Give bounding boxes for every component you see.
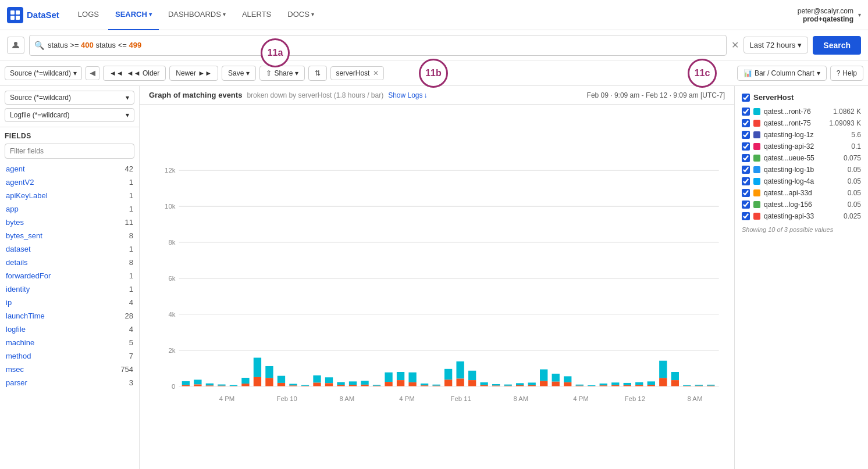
bar-orange[interactable] [182,385,190,386]
bar-cyan[interactable] [564,376,571,382]
legend-item-checkbox[interactable] [742,189,750,197]
bar-orange[interactable] [456,379,464,386]
bar-cyan[interactable] [648,381,655,385]
bar-orange[interactable] [671,380,679,386]
legend-item-checkbox[interactable] [742,154,750,162]
bar-orange[interactable] [480,385,488,386]
bar-orange[interactable] [361,385,368,386]
bar-orange[interactable] [516,385,524,386]
field-item-bytes_sent[interactable]: bytes_sent8 [5,229,134,242]
share-button[interactable]: ⇧ Share ▾ [259,66,305,81]
bar-cyan[interactable] [385,373,392,382]
search-input-wrap[interactable]: 🔍 status >= 400 status <= 499 [29,35,727,56]
chart-type-picker[interactable]: 📊 Bar / Column Chart ▾ [737,66,827,81]
field-item-agent[interactable]: agent42 [5,162,134,176]
search-button[interactable]: Search [813,36,861,55]
nav-alerts[interactable]: ALERTS [235,0,278,30]
bar-orange[interactable] [635,385,643,386]
bar-cyan[interactable] [241,378,249,384]
bar-cyan[interactable] [373,385,380,386]
bar-cyan[interactable] [671,372,679,380]
bar-cyan[interactable] [432,385,440,386]
help-button[interactable]: ? Help [830,66,863,81]
bar-orange[interactable] [492,386,500,386]
bar-orange[interactable] [421,385,428,386]
bar-cyan[interactable] [325,377,333,383]
bar-cyan[interactable] [659,361,667,378]
legend-item-checkbox[interactable] [742,177,750,185]
bar-cyan[interactable] [444,369,452,380]
bar-cyan[interactable] [695,385,703,386]
bar-cyan[interactable] [265,366,273,378]
bar-orange[interactable] [397,380,404,386]
field-item-app[interactable]: app1 [5,202,134,216]
legend-item-checkbox[interactable] [742,212,750,220]
user-menu-chevron-icon[interactable]: ▾ [858,12,861,18]
field-item-msec[interactable]: msec754 [5,363,134,376]
logfile-dropdown[interactable]: Logfile (*=wildcard) ▾ [5,108,134,122]
bar-orange[interactable] [194,385,201,386]
bar-cyan[interactable] [576,385,584,386]
filter-fields-input[interactable] [5,144,134,159]
bar-orange[interactable] [349,385,357,386]
field-item-apiKeyLabel[interactable]: apiKeyLabel1 [5,189,134,202]
bar-cyan[interactable] [397,372,404,380]
bar-cyan[interactable] [337,382,344,385]
bar-cyan[interactable] [206,384,214,386]
show-logs-link[interactable]: Show Logs ↓ [388,91,427,99]
field-item-dataset[interactable]: dataset1 [5,242,134,256]
newer-button[interactable]: Newer ►► [169,66,218,81]
bar-cyan[interactable] [194,380,201,384]
field-item-logfile[interactable]: logfile4 [5,323,134,336]
bar-cyan[interactable] [349,381,357,385]
bar-cyan[interactable] [516,383,524,385]
sort-button[interactable]: ⇅ [308,66,327,81]
field-item-forwardedFor[interactable]: forwardedFor1 [5,269,134,282]
bar-cyan[interactable] [182,381,190,385]
bar-cyan[interactable] [611,382,619,385]
bar-cyan[interactable] [278,376,285,383]
bar-orange[interactable] [265,378,273,386]
bar-cyan[interactable] [552,374,560,382]
bar-cyan[interactable] [600,384,607,385]
bar-cyan[interactable] [289,384,297,385]
bar-cyan[interactable] [528,382,536,385]
bar-cyan[interactable] [421,384,428,385]
older-button[interactable]: ◄◄ ◄◄ Older [103,66,166,81]
bar-cyan[interactable] [408,373,416,382]
bar-cyan[interactable] [492,384,500,386]
bar-orange[interactable] [218,386,225,386]
bar-orange[interactable] [564,382,571,386]
field-item-method[interactable]: method7 [5,349,134,363]
legend-item-checkbox[interactable] [742,131,750,139]
bar-orange[interactable] [385,382,392,386]
bar-orange[interactable] [528,385,536,386]
bar-orange[interactable] [659,378,667,386]
nav-logs[interactable]: LOGS [71,0,106,30]
nav-dashboards[interactable]: DASHBOARDS ▾ [161,0,233,30]
bar-cyan[interactable] [456,361,464,379]
bar-orange[interactable] [278,383,285,386]
bar-orange[interactable] [313,383,321,386]
bar-cyan[interactable] [218,385,225,386]
bar-orange[interactable] [552,382,560,386]
bar-cyan[interactable] [540,370,547,381]
bar-orange[interactable] [408,382,416,386]
bar-orange[interactable] [611,385,619,386]
bar-cyan[interactable] [361,381,368,385]
serverhost-remove-button[interactable]: ✕ [373,69,379,77]
bar-orange[interactable] [325,383,333,386]
bar-orange[interactable] [289,385,297,386]
bar-cyan[interactable] [624,383,631,385]
bar-cyan[interactable] [635,382,643,385]
field-item-launchTime[interactable]: launchTime28 [5,309,134,323]
bar-orange[interactable] [301,386,309,386]
legend-item-checkbox[interactable] [742,166,750,174]
legend-item-checkbox[interactable] [742,108,750,116]
bar-orange[interactable] [624,385,631,386]
field-item-machine[interactable]: machine5 [5,336,134,349]
bar-orange[interactable] [432,386,440,386]
nav-search[interactable]: SEARCH ▾ [108,0,159,30]
nav-docs[interactable]: DOCS ▾ [280,0,321,30]
field-item-ip[interactable]: ip4 [5,296,134,309]
